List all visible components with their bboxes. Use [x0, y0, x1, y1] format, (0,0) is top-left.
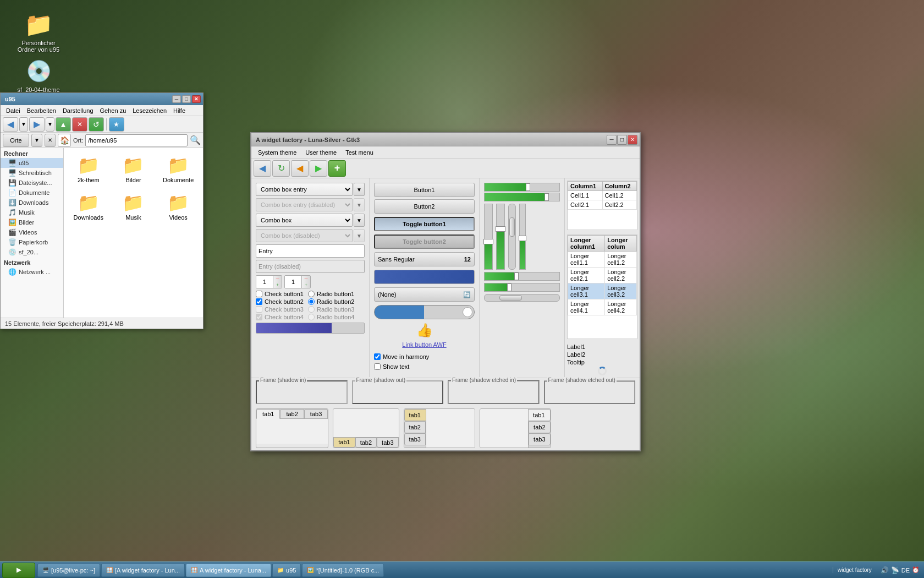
col-column2[interactable]: Column2	[602, 182, 637, 191]
home-nav-btn[interactable]: 🏠	[58, 134, 71, 147]
v-scrollbar[interactable]	[508, 204, 516, 270]
widget-maximize[interactable]: □	[617, 135, 627, 145]
file-dokumente[interactable]: 📁 Dokumente	[158, 152, 199, 186]
sidebar-item-bilder[interactable]: 🖼️ Bilder	[1, 217, 63, 227]
taskbar-item-widget2[interactable]: 🪟 A widget factory - Luna...	[186, 564, 271, 577]
sidebar-item-downloads[interactable]: ⬇️ Downloads	[1, 198, 63, 208]
h-progress-thumb-1[interactable]	[526, 183, 530, 191]
taskbar-item-gimp[interactable]: 🖼️ *[Untitled]-1.0 (RGB c...	[302, 564, 384, 577]
col-column1[interactable]: Column1	[568, 182, 603, 191]
menu-hilfe[interactable]: Hilfe	[170, 106, 189, 115]
font-selector[interactable]: Sans Regular 12	[374, 252, 475, 266]
forward-dropdown[interactable]: ▼	[46, 117, 54, 132]
v-slider-1[interactable]	[484, 204, 493, 270]
tab-right-2[interactable]: tab2	[529, 421, 550, 433]
refresh-button[interactable]: ↺	[89, 117, 104, 132]
filemanager-minimize[interactable]: ─	[172, 95, 181, 103]
menu-darstellung[interactable]: Darstellung	[59, 106, 97, 115]
v-slider-narrow-thumb[interactable]	[519, 236, 526, 241]
combo-entry-select[interactable]: Combo box entry	[256, 183, 353, 196]
col-longer2[interactable]: Longer colum	[605, 236, 637, 252]
taskbar-item-widget1[interactable]: 🪟 [A widget factory - Lun...	[101, 564, 185, 577]
menu-test-menu[interactable]: Test menu	[341, 148, 378, 157]
sidebar-item-u95[interactable]: 🖥️ u95	[1, 158, 63, 168]
sidebar-item-netzwerk[interactable]: 🌐 Netzwerk ...	[1, 267, 63, 277]
table-row-selected[interactable]: Longer cell3.1 Longer cell3.2	[568, 283, 637, 299]
tab-left-3[interactable]: tab3	[404, 433, 426, 445]
toggle-button1[interactable]: Toggle button1	[374, 217, 475, 231]
widget-close[interactable]: ✕	[628, 135, 637, 145]
switch-toggle[interactable]	[374, 305, 475, 319]
places-dropdown[interactable]: ▼	[31, 134, 42, 147]
tab-bottom-2[interactable]: tab2	[355, 438, 377, 448]
filemanager-maximize[interactable]: □	[182, 95, 191, 103]
toggle-button2[interactable]: Toggle button2	[374, 235, 475, 249]
table-row[interactable]: Longer cell2.1 Longer cell2.2	[568, 268, 637, 283]
show-text-input[interactable]	[374, 363, 381, 370]
sidebar-item-dateisystem[interactable]: 💾 Dateisyste...	[1, 178, 63, 188]
toolbar-forward-btn[interactable]: ▶	[310, 160, 327, 177]
combo-select[interactable]: Combo box	[256, 214, 353, 227]
spin-input-2[interactable]	[285, 276, 301, 288]
color-display[interactable]	[374, 270, 475, 284]
tab-bottom-3[interactable]: tab3	[377, 438, 398, 448]
spin-minus-2[interactable]: ─	[301, 276, 310, 282]
tab-top-3[interactable]: tab3	[304, 409, 328, 418]
file-downloads[interactable]: 📁 Downloads	[68, 190, 109, 223]
widget-minimize[interactable]: ─	[607, 135, 617, 145]
combo-btn[interactable]: ▼	[354, 214, 365, 227]
v-slider-narrow[interactable]	[519, 204, 526, 270]
tab-top-2[interactable]: tab2	[280, 409, 304, 418]
radio-input-2[interactable]	[308, 298, 315, 305]
toolbar-add-btn[interactable]: +	[328, 160, 346, 177]
menu-system-theme[interactable]: System theme	[254, 148, 301, 157]
toolbar-refresh-btn[interactable]: ↻	[272, 160, 290, 177]
v-slider-2[interactable]	[496, 204, 505, 270]
menu-user-theme[interactable]: User theme	[301, 148, 341, 157]
h-progress-thumb-2[interactable]	[544, 193, 549, 201]
toolbar-blue-btn[interactable]: ◀	[254, 160, 271, 177]
h-slider-thumb-b2[interactable]	[507, 283, 512, 291]
checkbox-input-2[interactable]	[256, 298, 262, 305]
up-button[interactable]: ▲	[56, 117, 71, 132]
sidebar-item-sf[interactable]: 💿 sf_20...	[1, 247, 63, 257]
sidebar-item-papierkorb[interactable]: 🗑️ Papierkorb	[1, 237, 63, 247]
tab-bottom-1[interactable]: tab1	[333, 437, 355, 448]
v-slider-thumb-2[interactable]	[496, 226, 505, 232]
menu-lesezeichen[interactable]: Lesezeichen	[129, 106, 170, 115]
combo-entry-btn[interactable]: ▼	[354, 183, 365, 196]
spin-input-1[interactable]	[256, 276, 273, 288]
sidebar-item-videos[interactable]: 🎬 Videos	[1, 227, 63, 237]
file-bilder[interactable]: 📁 Bilder	[113, 152, 154, 186]
link-button[interactable]: Link button AWF	[374, 341, 475, 348]
location-go-btn[interactable]: 🔍	[190, 135, 201, 145]
button1[interactable]: Button1	[374, 183, 475, 197]
desktop-icon-sf[interactable]: 💿 sf_20-04-theme	[16, 58, 61, 93]
bookmark-button[interactable]: ★	[109, 117, 124, 132]
tab-right-1[interactable]: tab1	[528, 409, 550, 421]
taskbar-item-terminal[interactable]: 🖥️ [u95@live-pc: ~]	[37, 564, 100, 577]
file-musik[interactable]: 📁 Musik	[113, 190, 154, 223]
spin-minus-1[interactable]: ─	[273, 276, 282, 282]
none-combo[interactable]: (None) 🔄	[374, 287, 475, 302]
h-slider-thumb-b1[interactable]	[514, 272, 519, 280]
sidebar-item-schreibtisch[interactable]: 🖥️ Schreibtisch	[1, 168, 63, 178]
move-harmony-input[interactable]	[374, 353, 381, 360]
button2[interactable]: Button2	[374, 199, 475, 214]
col-longer1[interactable]: Longer column1	[568, 236, 605, 252]
forward-button[interactable]: ▶	[29, 117, 45, 132]
location-input[interactable]	[85, 134, 188, 146]
table-row[interactable]: Longer cell4.1 Longer cell4.2	[568, 299, 637, 315]
back-dropdown[interactable]: ▼	[19, 117, 28, 132]
v-slider-thumb-1[interactable]	[483, 239, 493, 244]
table-row[interactable]: Cell1.1 Cell1.2	[568, 191, 637, 200]
tab-right-3[interactable]: tab3	[529, 433, 550, 445]
radio-input-1[interactable]	[308, 291, 315, 297]
taskbar-item-u95[interactable]: 📁 u95	[272, 564, 301, 577]
spin-plus-2[interactable]: +	[301, 282, 310, 288]
menu-datei[interactable]: Datei	[3, 106, 24, 115]
h-scrollbar-thumb[interactable]	[499, 295, 522, 301]
file-videos[interactable]: 📁 Videos	[158, 190, 199, 223]
table-row[interactable]: Longer cell1.1 Longer cell1.2	[568, 252, 637, 268]
h-scrollbar[interactable]	[484, 294, 560, 302]
